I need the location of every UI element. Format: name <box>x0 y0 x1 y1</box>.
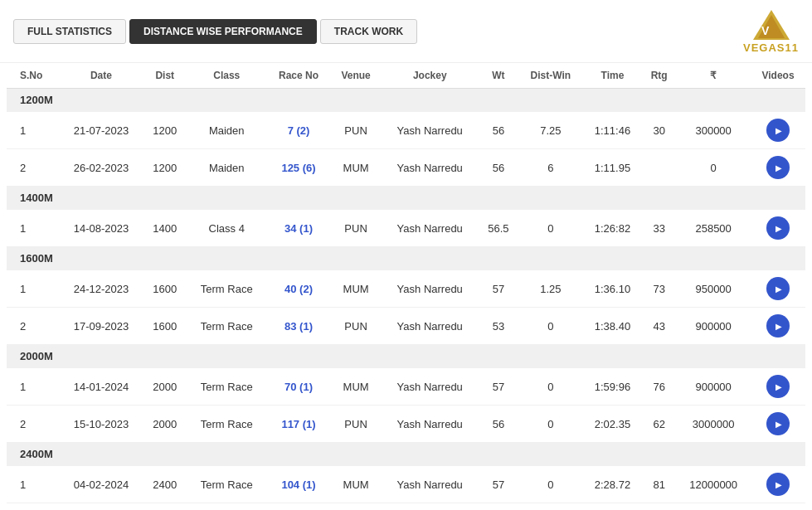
play-button[interactable] <box>766 216 790 240</box>
race-link[interactable]: 104 (1) <box>281 478 315 491</box>
cell-video[interactable] <box>751 270 805 308</box>
col-dist: Dist <box>143 63 187 89</box>
cell-class: Term Race <box>187 270 266 308</box>
col-class: Class <box>187 63 266 89</box>
cell-dist: 2400 <box>143 466 187 503</box>
cell-prize: 900000 <box>676 368 751 406</box>
section-label: 2000M <box>7 345 805 368</box>
play-button[interactable] <box>766 412 790 435</box>
cell-venue: MUM <box>331 149 382 187</box>
cell-wt: 57 <box>479 368 518 406</box>
col-wt: Wt <box>479 63 518 89</box>
cell-sno: 2 <box>7 308 59 345</box>
cell-jockey: Yash Narredu <box>382 112 479 149</box>
cell-wt: 56 <box>479 149 518 187</box>
play-button[interactable] <box>766 156 790 179</box>
col-videos: Videos <box>751 63 805 89</box>
table-row: 217-09-20231600Term Race83 (1)PUNYash Na… <box>7 308 805 345</box>
cell-dist-win: 0 <box>518 308 583 345</box>
race-link[interactable]: 40 (2) <box>284 283 313 295</box>
cell-class: Term Race <box>187 308 266 345</box>
play-button[interactable] <box>766 375 790 398</box>
cell-rtg: 33 <box>642 210 676 247</box>
full-statistics-button[interactable]: FULL STATISTICS <box>13 19 126 44</box>
cell-sno: 1 <box>7 368 59 406</box>
cell-jockey: Yash Narredu <box>382 406 479 443</box>
track-work-button[interactable]: TRACK WORK <box>320 19 417 44</box>
cell-date: 26-02-2023 <box>59 149 143 187</box>
cell-video[interactable] <box>751 406 805 443</box>
cell-dist: 2000 <box>143 406 187 443</box>
cell-prize: 12000000 <box>676 466 751 503</box>
section-label: 2400M <box>7 443 805 466</box>
cell-race-no[interactable]: 34 (1) <box>266 210 330 247</box>
section-label: 1600M <box>7 247 805 270</box>
distance-wise-button[interactable]: DISTANCE WISE PERFORMANCE <box>129 19 317 44</box>
cell-race-no[interactable]: 117 (1) <box>266 406 330 443</box>
cell-rtg: 76 <box>642 368 676 406</box>
play-button[interactable] <box>766 119 790 142</box>
svg-text:V: V <box>761 24 770 37</box>
race-link[interactable]: 125 (6) <box>281 162 315 174</box>
cell-race-no[interactable]: 70 (1) <box>266 368 330 406</box>
section-header-row: 2400M <box>7 443 805 466</box>
cell-date: 14-08-2023 <box>59 210 143 247</box>
cell-rtg <box>642 149 676 187</box>
cell-video[interactable] <box>751 149 805 187</box>
col-venue: Venue <box>331 63 382 89</box>
race-link[interactable]: 117 (1) <box>281 418 315 430</box>
cell-venue: MUM <box>331 270 382 308</box>
cell-prize: 0 <box>676 149 751 187</box>
cell-dist: 1600 <box>143 308 187 345</box>
cell-time: 1:11:46 <box>583 112 642 149</box>
cell-sno: 2 <box>7 406 59 443</box>
cell-jockey: Yash Narredu <box>382 466 479 503</box>
cell-race-no[interactable]: 104 (1) <box>266 466 330 503</box>
cell-venue: PUN <box>331 308 382 345</box>
cell-dist-win: 7.25 <box>518 112 583 149</box>
logo-text: VEGAS11 <box>743 41 799 54</box>
cell-race-no[interactable]: 7 (2) <box>266 112 330 149</box>
cell-video[interactable] <box>751 308 805 345</box>
col-race-no: Race No <box>266 63 330 89</box>
race-link[interactable]: 7 (2) <box>288 124 310 137</box>
cell-wt: 56 <box>479 406 518 443</box>
cell-video[interactable] <box>751 368 805 406</box>
race-link[interactable]: 83 (1) <box>284 320 313 333</box>
play-button[interactable] <box>766 314 790 338</box>
cell-venue: MUM <box>331 368 382 406</box>
table-header-row: S.No Date Dist Class Race No Venue Jocke… <box>7 63 805 89</box>
cell-video[interactable] <box>751 466 805 503</box>
race-link[interactable]: 34 (1) <box>284 222 313 235</box>
cell-race-no[interactable]: 40 (2) <box>266 270 330 308</box>
cell-dist: 1200 <box>143 112 187 149</box>
play-button[interactable] <box>766 277 790 300</box>
cell-time: 1:26:82 <box>583 210 642 247</box>
section-label: 1200M <box>7 89 805 112</box>
cell-prize: 900000 <box>676 308 751 345</box>
section-header-row: 1200M <box>7 89 805 112</box>
cell-dist-win: 0 <box>518 210 583 247</box>
col-dist-win: Dist-Win <box>518 63 583 89</box>
cell-prize: 258500 <box>676 210 751 247</box>
cell-class: Term Race <box>187 406 266 443</box>
cell-video[interactable] <box>751 210 805 247</box>
cell-jockey: Yash Narredu <box>382 368 479 406</box>
table-row: 215-10-20232000Term Race117 (1)PUNYash N… <box>7 406 805 443</box>
cell-date: 24-12-2023 <box>59 270 143 308</box>
cell-race-no[interactable]: 83 (1) <box>266 308 330 345</box>
cell-rtg: 43 <box>642 308 676 345</box>
cell-time: 1:11.95 <box>583 149 642 187</box>
cell-date: 21-07-2023 <box>59 112 143 149</box>
play-button[interactable] <box>766 473 790 496</box>
cell-race-no[interactable]: 125 (6) <box>266 149 330 187</box>
cell-jockey: Yash Narredu <box>382 270 479 308</box>
logo-icon: V <box>751 8 791 41</box>
cell-venue: MUM <box>331 466 382 503</box>
cell-class: Maiden <box>187 149 266 187</box>
cell-video[interactable] <box>751 112 805 149</box>
cell-time: 2:28.72 <box>583 466 642 503</box>
race-link[interactable]: 70 (1) <box>284 381 313 393</box>
table-row: 104-02-20242400Term Race104 (1)MUMYash N… <box>7 466 805 503</box>
table-row: 124-12-20231600Term Race40 (2)MUMYash Na… <box>7 270 805 308</box>
